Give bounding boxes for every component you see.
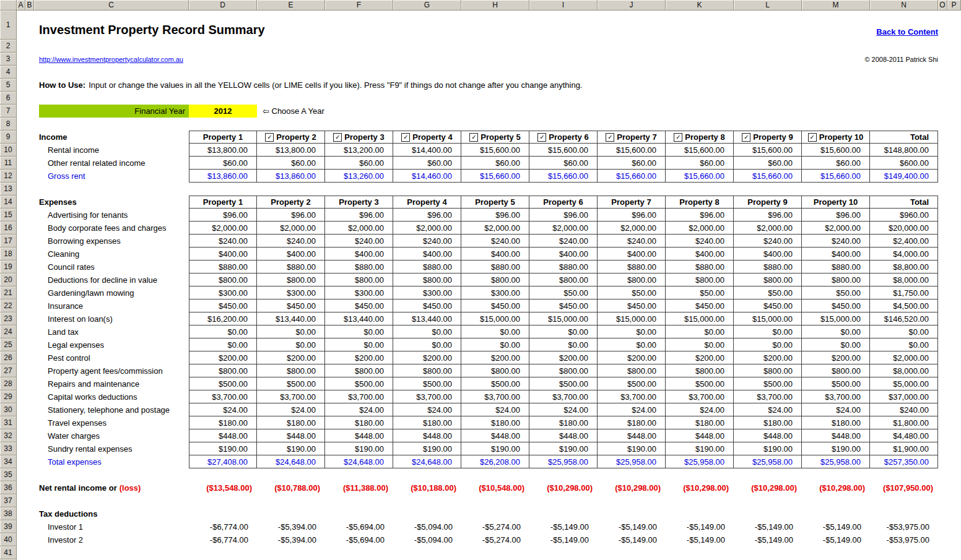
expense-row-value-2[interactable]: $800.00 xyxy=(257,274,325,286)
expense-row-value-5[interactable]: $200.00 xyxy=(461,351,529,364)
income-row-value-6[interactable]: $15,600.00 xyxy=(529,144,598,157)
expense-row-value-6[interactable]: $800.00 xyxy=(529,274,598,286)
column-header-c[interactable]: C xyxy=(34,0,189,11)
column-header-i[interactable]: I xyxy=(529,0,598,11)
row-header-2[interactable]: 2 xyxy=(0,40,17,53)
expense-row-value-7[interactable]: $0.00 xyxy=(598,338,666,351)
column-header-m[interactable]: M xyxy=(802,0,870,11)
property-header-10[interactable]: Property 10 xyxy=(802,196,870,209)
row-header-37[interactable]: 37 xyxy=(0,494,17,507)
expense-row-value-3[interactable]: $0.00 xyxy=(325,338,393,351)
row-header-18[interactable]: 18 xyxy=(0,248,17,261)
expense-row-value-4[interactable]: $0.00 xyxy=(393,338,461,351)
expense-row-value-5[interactable]: $190.00 xyxy=(461,442,529,455)
property-header-4[interactable]: Property 4 xyxy=(393,196,461,209)
expense-row-value-1[interactable]: $96.00 xyxy=(189,209,257,222)
expense-row-value-8[interactable]: $24.00 xyxy=(666,403,734,416)
expense-row-value-8[interactable]: $0.00 xyxy=(666,325,734,338)
expense-row-value-6[interactable]: $0.00 xyxy=(529,325,598,338)
expense-row-value-2[interactable]: $880.00 xyxy=(257,261,325,274)
expense-row-value-10[interactable]: $800.00 xyxy=(802,364,870,377)
expense-row-value-10[interactable]: $50.00 xyxy=(802,286,870,299)
expense-row-value-2[interactable]: $13,440.00 xyxy=(257,312,325,325)
expense-row-value-9[interactable]: $450.00 xyxy=(734,299,802,312)
expense-row-value-1[interactable]: $500.00 xyxy=(189,377,257,390)
row-header-36[interactable]: 36 xyxy=(0,481,17,494)
expense-row-value-8[interactable]: $2,000.00 xyxy=(666,222,734,235)
expense-row-value-3[interactable]: $880.00 xyxy=(325,261,393,274)
expense-row-value-10[interactable]: $3,700.00 xyxy=(802,390,870,403)
expense-row-value-6[interactable]: $180.00 xyxy=(529,416,598,429)
expense-row-value-5[interactable]: $880.00 xyxy=(461,261,529,274)
row-header-39[interactable]: 39 xyxy=(0,520,17,533)
expense-row-value-1[interactable]: $2,000.00 xyxy=(189,222,257,235)
expense-row-value-5[interactable]: $400.00 xyxy=(461,248,529,261)
expense-row-value-4[interactable]: $448.00 xyxy=(393,429,461,442)
expense-row-value-6[interactable]: $448.00 xyxy=(529,429,598,442)
expense-row-value-8[interactable]: $200.00 xyxy=(666,351,734,364)
expense-row-value-7[interactable]: $50.00 xyxy=(598,286,666,299)
expense-row-value-4[interactable]: $200.00 xyxy=(393,351,461,364)
income-row-value-9[interactable]: $60.00 xyxy=(734,157,802,170)
row-header-29[interactable]: 29 xyxy=(0,390,17,403)
expense-row-value-6[interactable]: $880.00 xyxy=(529,261,598,274)
expense-row-value-3[interactable]: $190.00 xyxy=(325,442,393,455)
expense-row-value-2[interactable]: $450.00 xyxy=(257,299,325,312)
expense-row-value-1[interactable]: $800.00 xyxy=(189,364,257,377)
expense-row-value-9[interactable]: $880.00 xyxy=(734,261,802,274)
income-row-value-7[interactable]: $60.00 xyxy=(598,157,666,170)
row-header-14[interactable]: 14 xyxy=(0,196,17,209)
expense-row-value-9[interactable]: $2,000.00 xyxy=(734,222,802,235)
column-header-a[interactable]: A xyxy=(17,0,25,11)
expense-row-value-1[interactable]: $300.00 xyxy=(189,286,257,299)
expense-row-value-2[interactable]: $2,000.00 xyxy=(257,222,325,235)
expense-row-value-8[interactable]: $0.00 xyxy=(666,338,734,351)
income-row-value-4[interactable]: $14,400.00 xyxy=(393,144,461,157)
property-4-checkbox[interactable]: ✓ xyxy=(401,133,410,142)
property-header-9[interactable]: ✓Property 9 xyxy=(734,131,802,144)
expense-row-value-8[interactable]: $50.00 xyxy=(666,286,734,299)
income-row-value-1[interactable]: $13,800.00 xyxy=(189,144,257,157)
income-row-value-2[interactable]: $60.00 xyxy=(257,157,325,170)
expense-row-value-10[interactable]: $200.00 xyxy=(802,351,870,364)
expense-row-value-6[interactable]: $500.00 xyxy=(529,377,598,390)
column-header-o[interactable]: O xyxy=(938,0,947,11)
row-header-10[interactable]: 10 xyxy=(0,144,17,157)
expense-row-value-7[interactable]: $96.00 xyxy=(598,209,666,222)
expense-row-value-3[interactable]: $200.00 xyxy=(325,351,393,364)
expense-row-value-1[interactable]: $24.00 xyxy=(189,403,257,416)
select-all-corner[interactable] xyxy=(0,0,17,11)
property-header-5[interactable]: ✓Property 5 xyxy=(461,131,529,144)
expense-row-value-5[interactable]: $448.00 xyxy=(461,429,529,442)
income-row-value-8[interactable]: $60.00 xyxy=(666,157,734,170)
expense-row-value-1[interactable]: $16,200.00 xyxy=(189,312,257,325)
expense-row-value-2[interactable]: $400.00 xyxy=(257,248,325,261)
expense-row-value-5[interactable]: $500.00 xyxy=(461,377,529,390)
row-header-20[interactable]: 20 xyxy=(0,274,17,286)
expense-row-value-3[interactable]: $96.00 xyxy=(325,209,393,222)
expense-row-value-10[interactable]: $15,000.00 xyxy=(802,312,870,325)
expense-row-value-2[interactable]: $3,700.00 xyxy=(257,390,325,403)
expense-row-value-2[interactable]: $200.00 xyxy=(257,351,325,364)
expense-row-value-7[interactable]: $800.00 xyxy=(598,274,666,286)
property-header-2[interactable]: Property 2 xyxy=(257,196,325,209)
row-header-19[interactable]: 19 xyxy=(0,261,17,274)
expense-row-value-9[interactable]: $500.00 xyxy=(734,377,802,390)
expense-row-value-4[interactable]: $2,000.00 xyxy=(393,222,461,235)
expense-row-value-1[interactable]: $448.00 xyxy=(189,429,257,442)
expense-row-value-8[interactable]: $240.00 xyxy=(666,235,734,248)
expense-row-value-6[interactable]: $190.00 xyxy=(529,442,598,455)
column-header-j[interactable]: J xyxy=(598,0,666,11)
row-header-9[interactable]: 9 xyxy=(0,131,17,144)
expense-row-value-6[interactable]: $240.00 xyxy=(529,235,598,248)
expense-row-value-7[interactable]: $0.00 xyxy=(598,325,666,338)
expense-row-value-6[interactable]: $2,000.00 xyxy=(529,222,598,235)
expense-row-value-4[interactable]: $800.00 xyxy=(393,364,461,377)
expense-row-value-3[interactable]: $300.00 xyxy=(325,286,393,299)
expense-row-value-8[interactable]: $448.00 xyxy=(666,429,734,442)
expense-row-value-10[interactable]: $800.00 xyxy=(802,274,870,286)
row-header-5[interactable]: 5 xyxy=(0,79,17,92)
income-row-value-8[interactable]: $15,600.00 xyxy=(666,144,734,157)
row-header-31[interactable]: 31 xyxy=(0,416,17,429)
row-header-16[interactable]: 16 xyxy=(0,222,17,235)
